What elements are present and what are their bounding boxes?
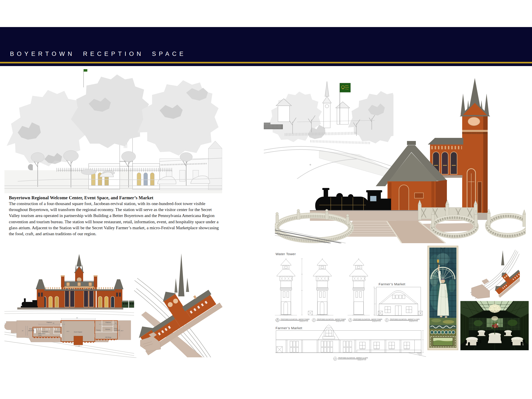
- svg-text:1: 1: [335, 357, 336, 359]
- figure-atrium-interior-photo: [460, 301, 529, 350]
- header-band: BOYERTOWN RECEPTION SPACE: [0, 27, 532, 66]
- svg-text:3: 3: [350, 318, 351, 320]
- svg-text:SCALE 1/4" = 1'-0": SCALE 1/4" = 1'-0": [358, 360, 366, 361]
- label-restroom-2: Restroom: [55, 331, 61, 332]
- description-block: Boyertown Regional Welcome Center, Event…: [9, 195, 219, 237]
- label-info-desk: Desk: [38, 335, 42, 336]
- dim-28-5: 28.5': [120, 330, 123, 331]
- label-entry-left-1: Entry: [29, 328, 33, 330]
- dim-46-5: 46.5': [66, 331, 69, 332]
- svg-text:4: 4: [313, 318, 314, 320]
- label-platform-left: Platform: [47, 322, 52, 323]
- svg-text:SCALE 1/4" = 1'-0": SCALE 1/4" = 1'-0": [409, 321, 418, 322]
- label-entry-right-2: Vestibule: [114, 329, 120, 331]
- label-event-space: Event Space: [74, 331, 82, 333]
- svg-text:A102: A102: [386, 321, 388, 322]
- figure-stained-glass-window: [427, 246, 458, 350]
- farmers-market-label-right: Farmer’s Market: [379, 282, 405, 286]
- figure-station-front-elevation: [4, 253, 136, 317]
- chandelier-rear: [491, 316, 498, 321]
- figure-station-aerial-render: [134, 245, 223, 357]
- label-pantry: Pantry: [96, 329, 101, 331]
- svg-text:PROPOSED ELEVATION - WATER TOW: PROPOSED ELEVATION - WATER TOWER: [317, 318, 346, 320]
- svg-text:PROPOSED ELEVATION - WATER TOW: PROPOSED ELEVATION - WATER TOWER: [281, 318, 310, 320]
- figure-technical-drawings: Water Tower Farmer’s Market: [275, 252, 426, 362]
- farmers-market-label-bottom: Farmer’s Market: [276, 326, 302, 330]
- water-tower-label: Water Tower: [276, 252, 296, 256]
- figure-floor-plan: 66' Platform 55' 23' 17' Entry Vestibule…: [4, 317, 137, 358]
- svg-text:PROPOSED ELEVATION - WATER TOW: PROPOSED ELEVATION - WATER TOWER: [353, 318, 382, 320]
- svg-text:SCALE 1/4" = 1'-0": SCALE 1/4" = 1'-0": [336, 321, 344, 322]
- svg-text:A102: A102: [313, 321, 315, 322]
- svg-text:5: 5: [277, 318, 278, 320]
- dim-6: 6': [71, 342, 72, 344]
- label-platform-right: Platform: [106, 322, 111, 323]
- dim-16: 16': [78, 345, 80, 347]
- label-entry-left-2: Vestibule: [28, 330, 34, 331]
- svg-text:A102: A102: [277, 321, 279, 322]
- svg-text:PROPOSED ELEVATION - MARKET &: PROPOSED ELEVATION - MARKET & CAFE: [390, 318, 420, 320]
- gold-stripe: [0, 62, 532, 63]
- label-kitchen: Kitchen: [105, 329, 110, 330]
- svg-text:2: 2: [386, 318, 387, 320]
- presentation-page: BOYERTOWN RECEPTION SPACE: [0, 0, 532, 399]
- page-title: BOYERTOWN RECEPTION SPACE: [10, 51, 186, 57]
- dim-55-left: 55': [53, 323, 55, 324]
- dim-55-right: 55': [115, 323, 117, 324]
- dim-66: 66': [76, 317, 78, 318]
- description-body: The construction of a four-thousand squa…: [9, 201, 219, 237]
- label-information: Information: [38, 333, 45, 334]
- svg-text:PROPOSED ELEVATION - MARKET &: PROPOSED ELEVATION - MARKET & CAFE: [338, 357, 368, 359]
- svg-text:A102: A102: [334, 359, 336, 360]
- figure-street-perspective-render: [4, 66, 222, 193]
- dim-23: 23': [22, 330, 24, 331]
- description-heading: Boyertown Regional Welcome Center, Event…: [9, 195, 219, 200]
- label-restroom-1: Restroom: [42, 331, 48, 332]
- svg-text:SCALE 1/4" = 1'-0": SCALE 1/4" = 1'-0": [299, 321, 308, 322]
- svg-text:A102: A102: [349, 321, 351, 322]
- label-gift-shop: Gift Shop: [105, 336, 111, 338]
- label-entry-right-1: Entry: [114, 328, 117, 329]
- figure-site-aerial-render: [468, 245, 520, 301]
- svg-text:SCALE 1/4" = 1'-0": SCALE 1/4" = 1'-0": [372, 321, 381, 322]
- figure-station-hero-render: [275, 78, 526, 243]
- clock-tower: [461, 78, 489, 220]
